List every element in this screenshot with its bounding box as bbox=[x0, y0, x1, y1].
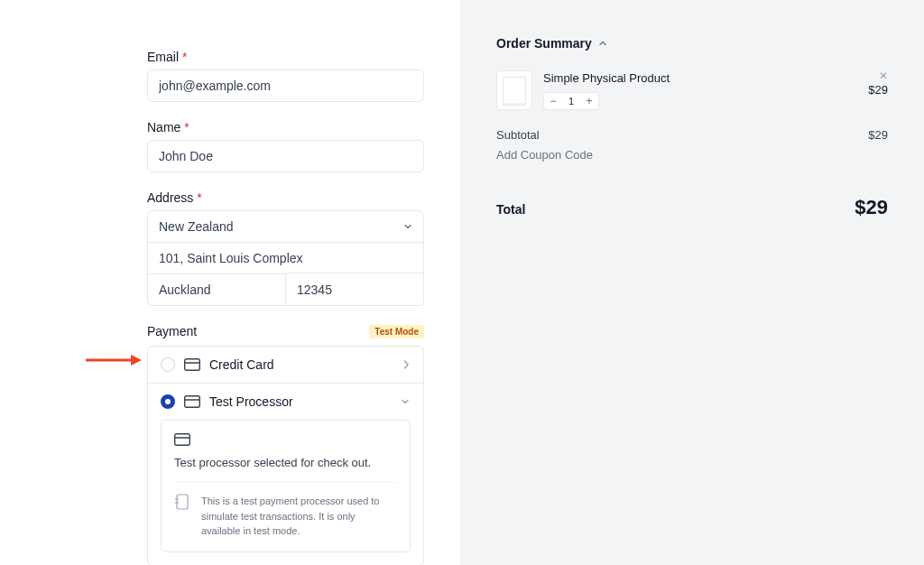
payment-option-credit-card[interactable]: Credit Card bbox=[148, 347, 423, 383]
svg-rect-8 bbox=[177, 495, 188, 509]
test-mode-badge: Test Mode bbox=[369, 325, 424, 338]
total-label: Total bbox=[496, 202, 525, 217]
product-thumbnail bbox=[496, 70, 532, 110]
annotation-arrow bbox=[86, 354, 142, 366]
city-input[interactable] bbox=[147, 273, 286, 306]
radio-unselected-icon bbox=[161, 357, 175, 372]
product-name: Simple Physical Product bbox=[543, 70, 857, 87]
qty-decrease-button[interactable]: − bbox=[544, 93, 562, 109]
svg-marker-1 bbox=[131, 355, 142, 366]
payment-option-label: Test Processor bbox=[209, 394, 391, 409]
chevron-right-icon bbox=[402, 359, 411, 370]
chevron-up-icon bbox=[597, 38, 608, 49]
processor-detail-panel: Test processor selected for check out. T… bbox=[161, 420, 411, 552]
radio-selected-icon bbox=[161, 394, 175, 409]
add-coupon-link[interactable]: Add Coupon Code bbox=[496, 148, 593, 162]
qty-value: 1 bbox=[562, 96, 580, 107]
email-label: Email * bbox=[147, 50, 424, 64]
processor-selected-text: Test processor selected for check out. bbox=[174, 456, 397, 469]
qty-increase-button[interactable]: + bbox=[580, 93, 598, 109]
credit-card-icon bbox=[184, 395, 200, 408]
payment-label: Payment bbox=[147, 324, 197, 338]
item-price: $29 bbox=[868, 83, 888, 97]
processor-note-text: This is a test payment processor used to… bbox=[201, 494, 397, 539]
name-input[interactable] bbox=[147, 140, 424, 172]
total-value: $29 bbox=[855, 196, 888, 219]
quantity-stepper[interactable]: − 1 + bbox=[543, 92, 599, 110]
address-line1-input[interactable] bbox=[147, 242, 424, 274]
chevron-down-icon bbox=[400, 396, 411, 407]
address-label: Address * bbox=[147, 190, 424, 205]
subtotal-label: Subtotal bbox=[496, 128, 540, 142]
credit-card-icon bbox=[184, 358, 200, 371]
credit-card-icon bbox=[174, 433, 190, 446]
svg-rect-4 bbox=[185, 396, 200, 408]
name-label: Name * bbox=[147, 120, 424, 134]
country-select[interactable] bbox=[147, 210, 424, 243]
svg-rect-2 bbox=[185, 359, 200, 371]
postal-input[interactable] bbox=[286, 273, 424, 306]
email-input[interactable] bbox=[147, 69, 424, 102]
order-item: Simple Physical Product − 1 + ✕ $29 bbox=[496, 70, 888, 110]
order-summary-label: Order Summary bbox=[496, 36, 592, 51]
svg-rect-6 bbox=[175, 434, 190, 446]
order-summary-toggle[interactable]: Order Summary bbox=[496, 36, 888, 51]
payment-option-test-processor[interactable]: Test Processor bbox=[148, 383, 423, 420]
remove-item-button[interactable]: ✕ bbox=[879, 70, 888, 81]
document-icon bbox=[174, 494, 190, 512]
subtotal-value: $29 bbox=[868, 128, 888, 142]
payment-option-label: Credit Card bbox=[209, 357, 393, 372]
